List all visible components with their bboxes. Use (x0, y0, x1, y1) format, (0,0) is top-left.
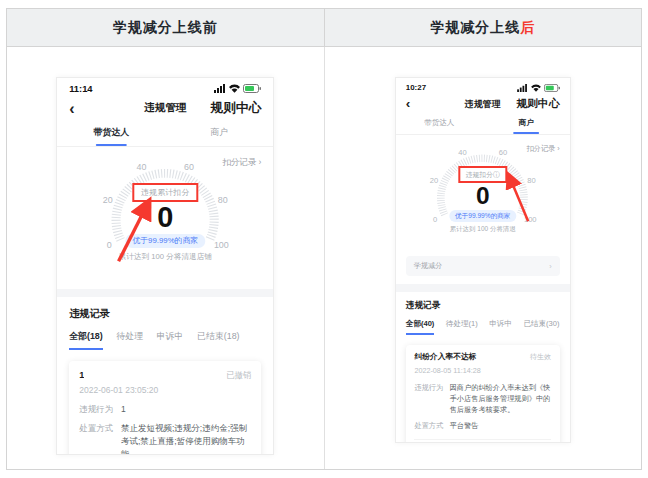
tab-merchant[interactable]: 商户 (483, 115, 570, 134)
red-arrow (498, 172, 536, 223)
action-value: 禁止发短视频;违规分;违约金;强制考试;禁止直播;暂停使用购物车功能 (121, 422, 251, 455)
card-timestamp: 2022-06-01 23:05:20 (79, 385, 251, 395)
cell-after: 10:27 ‹ 违规管理 规则中心 带货达人 商户 (324, 47, 642, 469)
table-body-row: 11:14 ‹ 违规管理 规则中心 带货达人 商户 (7, 47, 641, 469)
clock-text: 10:27 (406, 83, 426, 92)
behavior-label: 违规行为 (414, 382, 443, 415)
tab-influencer[interactable]: 带货达人 (396, 115, 483, 134)
records-title: 违规记录 (406, 300, 560, 312)
gauge-tick: 60 (499, 148, 507, 157)
behavior-label: 违规行为 (79, 403, 113, 416)
action-row: 处置方式 平台警告 (414, 420, 551, 431)
role-tabs: 带货达人 商户 (57, 122, 273, 147)
gauge-section: 扣分记录 › 0 20 40 60 80 100 (57, 147, 273, 290)
filter-tab-closed[interactable]: 已结束(18) (197, 330, 240, 349)
violation-card: 1 已撤销 2022-06-01 23:05:20 违规行为 1 处置方式 禁止… (69, 361, 261, 455)
gauge-tick: 100 (214, 240, 229, 250)
records-title: 违规记录 (69, 307, 261, 321)
table-header-row: 学规减分上线前 学规减分上线后 (7, 9, 641, 47)
comparison-screenshot: 学规减分上线前 学规减分上线后 11:14 (0, 0, 648, 478)
rule-center-link[interactable]: 规则中心 (210, 100, 261, 117)
tab-influencer[interactable]: 带货达人 (57, 122, 165, 146)
gauge-tick: 40 (136, 162, 146, 172)
action-row: 处置方式 禁止发短视频;违规分;违约金;强制考试;禁止直播;暂停使用购物车功能 (79, 422, 251, 455)
role-tabs: 带货达人 商户 (396, 115, 570, 135)
score-gauge: 0 20 40 60 80 100 违规累计扣分 0 优于99.99%的商家 累… (95, 160, 235, 254)
wifi-icon (229, 84, 240, 93)
tab-merchant[interactable]: 商户 (165, 122, 273, 146)
gauge-tick: 20 (430, 176, 438, 185)
status-bar: 10:27 (396, 78, 570, 93)
phone-screenshot-after: 10:27 ‹ 违规管理 规则中心 带货达人 商户 (395, 77, 571, 443)
filter-tab-pending[interactable]: 待处理(1) (446, 319, 478, 335)
page-title: 违规管理 (144, 101, 186, 115)
red-arrow (113, 196, 155, 263)
header-after-label: 学规减分上线 (430, 19, 520, 37)
status-icons (214, 84, 262, 93)
chevron-right-icon: › (549, 262, 551, 271)
card-title: 纠纷介入率不达标 (414, 352, 476, 362)
gauge-tick: 0 (433, 214, 437, 223)
study-rules-row[interactable]: 学规减分 › (406, 256, 560, 276)
card-header: 纠纷介入率不达标 待生效 (414, 352, 551, 362)
behavior-value: 1 (121, 403, 126, 416)
signal-icon (517, 84, 528, 92)
violation-records-section: 违规记录 全部(18) 待处理 申诉中 已结束(18) 1 已撤销 (57, 297, 273, 455)
back-icon[interactable]: ‹ (69, 102, 74, 115)
header-before: 学规减分上线前 (7, 9, 324, 46)
status-badge: 待生效 (530, 352, 551, 362)
signal-icon (214, 84, 226, 93)
rule-center-link[interactable]: 规则中心 (517, 97, 560, 111)
record-filter-tabs: 全部(18) 待处理 申诉中 已结束(18) (69, 330, 261, 349)
behavior-value: 因商户的纠纷介入率未达到《快手小店售后服务管理规则》中的售后服务考核要求。 (450, 382, 551, 415)
card-header: 1 已撤销 (79, 370, 251, 381)
record-filter-tabs: 全部(40) 待处理(1) 申诉中 已结束(30) (406, 319, 560, 335)
battery-icon (544, 84, 560, 92)
gauge-tick: 20 (103, 195, 113, 205)
filter-tab-all[interactable]: 全部(18) (69, 330, 103, 349)
gauge-note: 累计达到 100 分将清退 (449, 225, 516, 234)
filter-tab-closed[interactable]: 已结束(30) (523, 319, 559, 335)
wifi-icon (531, 84, 541, 92)
filter-tab-appealing[interactable]: 申诉中 (489, 319, 512, 335)
violation-card: 纠纷介入率不达标 待生效 2022-08-05 11:14:28 违规行为 因商… (406, 345, 560, 443)
violation-records-section: 违规记录 全部(40) 待处理(1) 申诉中 已结束(30) 纠纷介入率不达标 … (396, 292, 570, 443)
section-divider (57, 289, 273, 297)
card-timestamp: 2022-08-05 11:14:28 (414, 366, 551, 375)
header-before-label: 学规减分上线前 (113, 19, 218, 37)
gauge-tick: 0 (107, 240, 112, 250)
filter-tab-appealing[interactable]: 申诉中 (157, 330, 184, 349)
battery-icon (243, 84, 261, 93)
card-title: 1 (79, 370, 84, 380)
gauge-tick: 80 (218, 195, 228, 205)
nav-bar: ‹ 违规管理 规则中心 (396, 93, 570, 115)
page-title: 违规管理 (465, 98, 501, 111)
filter-tab-all[interactable]: 全部(40) (406, 319, 435, 335)
status-badge: 已撤销 (226, 370, 251, 381)
action-label: 处置方式 (79, 422, 113, 455)
status-bar: 11:14 (57, 78, 273, 96)
gauge-tick: 60 (184, 162, 194, 172)
action-label: 处置方式 (414, 420, 443, 431)
back-icon[interactable]: ‹ (406, 99, 411, 110)
behavior-row: 违规行为 因商户的纠纷介入率未达到《快手小店售后服务管理规则》中的售后服务考核要… (414, 382, 551, 415)
score-gauge: 0 20 40 60 80 100 违规扣分ⓘ 0 优于99.99%的商家 累计… (423, 147, 542, 226)
action-value: 平台警告 (450, 420, 479, 431)
clock-text: 11:14 (69, 84, 92, 94)
header-after: 学规减分上线后 (324, 9, 642, 46)
gauge-section: 扣分记录 › 0 20 40 60 80 100 (396, 135, 570, 256)
phone-screenshot-before: 11:14 ‹ 违规管理 规则中心 带货达人 商户 (56, 77, 274, 455)
section-divider (396, 284, 570, 292)
header-after-highlight: 后 (520, 19, 535, 37)
behavior-row: 违规行为 1 (79, 403, 251, 416)
status-icons (517, 84, 560, 92)
filter-tab-pending[interactable]: 待处理 (116, 330, 143, 349)
card-footer: 查看详情 (414, 439, 551, 443)
comparison-table: 学规减分上线前 学规减分上线后 11:14 (6, 8, 642, 470)
nav-bar: ‹ 违规管理 规则中心 (57, 96, 273, 122)
study-rules-label: 学规减分 (414, 261, 443, 271)
cell-before: 11:14 ‹ 违规管理 规则中心 带货达人 商户 (7, 47, 324, 469)
gauge-tick: 40 (458, 148, 466, 157)
